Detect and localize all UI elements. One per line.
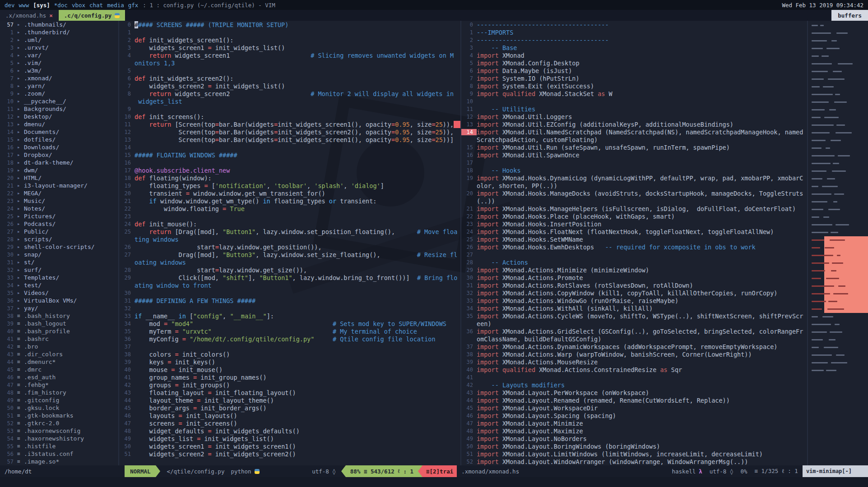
tree-item-folder[interactable]: 35▸Videos/ [0, 289, 118, 297]
code-line[interactable]: 15import XMonad.Util.Run (safeSpawn, uns… [461, 143, 807, 151]
code-line[interactable]: 24import XMonad.Hooks.FloatNext (floatNe… [461, 228, 807, 235]
code-line[interactable]: 1 [119, 28, 460, 36]
code-line[interactable]: 8import System.Exit (exitSuccess) [461, 82, 807, 90]
tree-item-folder[interactable]: 15▸dotfiles/ [0, 136, 118, 143]
code-line[interactable]: 34 mod = "mod4" # Sets mod key to SUPER/… [119, 320, 460, 327]
code-line[interactable]: 41 [461, 373, 807, 381]
close-icon[interactable]: × [49, 12, 53, 19]
code-line[interactable]: 20 transient = window.window.get_wm_tran… [119, 189, 460, 197]
code-line[interactable]: 5 [119, 67, 460, 74]
editor-config-py[interactable]: 0##### SCREENS ##### (TRIPLE MONIT0R SET… [119, 21, 460, 465]
editor-xmonad-hs[interactable]: 0------------------------------------1--… [461, 21, 807, 465]
code-line[interactable]: 17 [461, 159, 807, 166]
window-separator[interactable] [807, 21, 808, 465]
code-line[interactable]: 48import XMonad.Layout.Maximize [461, 427, 807, 435]
code-line[interactable]: ating window to front [119, 281, 460, 289]
window-separator[interactable] [118, 21, 119, 465]
code-line[interactable]: 46 layouts = init_layouts() [119, 412, 460, 419]
tree-item-folder[interactable]: 30▸snap/ [0, 251, 118, 258]
tree-item-file[interactable]: 51≡.gtk-bookmarks [0, 412, 118, 419]
tree-item-file[interactable]: 57≡.image.so* [0, 458, 118, 465]
tree-item-file[interactable]: 44≡.dmenurc* [0, 358, 118, 366]
code-line[interactable]: 31import XMonad.Actions.RotSlaves (rotSl… [461, 281, 807, 289]
code-line[interactable]: 40import qualified XMonad.Actions.Constr… [461, 366, 807, 373]
tree-item-folder[interactable]: 32▸surf/ [0, 266, 118, 274]
tree-item-file[interactable]: 48≡.fim_history [0, 389, 118, 396]
code-line[interactable]: 38 colors = init_colors() [119, 350, 460, 358]
tree-item-file[interactable]: 45≡.dmrc [0, 366, 118, 373]
code-line[interactable]: 27 Drag([mod], "Button3", lazy.window.se… [119, 251, 460, 258]
workspace-tag[interactable]: [sys] [33, 2, 50, 9]
code-line[interactable]: 4import XMonad [461, 51, 807, 59]
code-line[interactable]: 12 Screen(top=bar.Bar(widgets=init_widge… [119, 128, 460, 136]
tree-item-folder[interactable]: 29▸shell-color-scripts/ [0, 243, 118, 251]
tree-item-folder[interactable]: 19▸dwm/ [0, 166, 118, 174]
tab-xmonad-hs[interactable]: .x/xmonad.hs × [0, 10, 59, 21]
tree-item-file[interactable]: 39≡.bash_logout [0, 320, 118, 327]
code-line[interactable]: 23 [119, 212, 460, 220]
code-line[interactable]: 35import XMonad.Actions.CycleWS (moveTo,… [461, 312, 807, 320]
code-line[interactable]: 23import XMonad.Hooks.InsertPosition [461, 220, 807, 228]
code-line[interactable]: 3 -- Base [461, 44, 807, 51]
code-line[interactable]: 12import XMonad.Util.Loggers [461, 113, 807, 120]
tree-item-file[interactable]: 53≡.haxornewsconfig [0, 427, 118, 435]
code-line[interactable]: 25 return [Drag([mod], "Button1", lazy.w… [119, 228, 460, 235]
code-line[interactable]: 0------------------------------------ [461, 21, 807, 28]
tree-item-folder[interactable]: 26▸Podcasts/ [0, 220, 118, 228]
code-line[interactable]: 1---IMPORTS [461, 28, 807, 36]
code-line[interactable]: 6def init_widgets_screen2(): [119, 74, 460, 82]
code-line[interactable]: 3 widgets_screen1 = init_widgets_list() [119, 44, 460, 51]
tree-item-folder[interactable]: 24▸Notes/ [0, 205, 118, 212]
buffers-label[interactable]: buffers [831, 10, 868, 21]
code-line[interactable]: 49 widgets_list = init_widgets_list() [119, 435, 460, 442]
code-line[interactable]: 11 return [Screen(top=bar.Bar(widgets=in… [119, 120, 460, 128]
code-line[interactable]: 32 [119, 304, 460, 312]
code-line[interactable]: 13 Screen(top=bar.Bar(widgets=init_widge… [119, 136, 460, 143]
code-line[interactable]: 50import XMonad.Layout.BoringWindows (bo… [461, 442, 807, 450]
tree-item-folder[interactable]: 21▸i3-layout-manager/ [0, 182, 118, 189]
code-line[interactable]: 2------------------------------------ [461, 36, 807, 44]
code-line[interactable]: oating windows [119, 258, 460, 266]
code-line[interactable]: 40 mouse = init_mouse() [119, 366, 460, 373]
tree-item-folder[interactable]: 13▸dmenu/ [0, 120, 118, 128]
code-line[interactable]: 13import XMonad.Util.EZConfig (additiona… [461, 120, 807, 128]
code-line[interactable]: 50 widgets_screen1 = init_widgets_screen… [119, 442, 460, 450]
code-line[interactable]: 33if __name__ in ["config", "__main__"]: [119, 312, 460, 320]
tree-item-folder[interactable]: 22▸MEGA/ [0, 189, 118, 197]
tab-config-py[interactable]: .c/q/config.py [59, 10, 125, 21]
workspace-tag[interactable]: *doc [54, 2, 68, 9]
code-line[interactable]: 10def init_screens(): [119, 113, 460, 120]
code-line[interactable]: widgets_list [119, 97, 460, 105]
code-line[interactable]: 47import XMonad.Layout.Minimize [461, 419, 807, 427]
code-line[interactable]: 51import XMonad.Layout.LimitWindows (lim… [461, 450, 807, 458]
tree-item-file[interactable]: 47≡.fehbg* [0, 381, 118, 389]
code-line[interactable]: 45import XMonad.Layout.WorkspaceDir [461, 404, 807, 412]
code-line[interactable]: 31##### DEFINING A FEW THINGS ##### [119, 297, 460, 304]
code-line[interactable]: 7 widgets_screen2 = init_widgets_list() [119, 82, 460, 90]
tree-item-file[interactable]: 38≡.bash_history [0, 312, 118, 320]
tree-item-folder[interactable]: 4▸.var/ [0, 51, 118, 59]
tree-item-folder[interactable]: 37▸yay/ [0, 304, 118, 312]
code-line[interactable]: 52import XMonad.Layout.WindowArranger (w… [461, 458, 807, 465]
code-line[interactable]: 14import XMonad.Util.NamedScratchpad (Na… [461, 128, 807, 136]
tree-item-file[interactable]: 49≡.gitconfig [0, 396, 118, 404]
tree-item-folder[interactable]: 9▸.zoom/ [0, 90, 118, 97]
code-line[interactable]: ScratchpadAction, customFloating) [461, 136, 807, 143]
code-line[interactable]: 39import XMonad.Actions.MouseResize [461, 358, 807, 366]
workspace-tag[interactable]: dev [5, 2, 15, 9]
tree-item-folder[interactable]: 6▸.w3m/ [0, 67, 118, 74]
code-line[interactable]: 28 start=lazy.window.get_size()), [119, 266, 460, 274]
code-line[interactable]: 42 -- Layouts modifiers [461, 381, 807, 389]
tree-item-folder[interactable]: 31▸st/ [0, 258, 118, 266]
code-line[interactable]: 46import XMonad.Layout.Spacing (spacing) [461, 412, 807, 419]
code-line[interactable]: omClassName, buildDefaultGSConfig) [461, 335, 807, 343]
code-line[interactable]: 44import XMonad.Layout.Renamed (renamed,… [461, 396, 807, 404]
tree-item-file[interactable]: 41≡.bashrc [0, 335, 118, 343]
tree-item-folder[interactable]: 57▸.thumbnails/ [0, 21, 118, 28]
code-line[interactable]: 41 group_names = init_group_names() [119, 373, 460, 381]
code-line[interactable]: 33import XMonad.Actions.WindowGo (runOrR… [461, 297, 807, 304]
code-line[interactable]: 19 floating_types = ['notification', 'to… [119, 182, 460, 189]
code-line[interactable]: 15##### FLOATING WINDOWS ##### [119, 151, 460, 159]
tree-item-folder[interactable]: 27▸Public/ [0, 228, 118, 235]
code-line[interactable]: 30 [119, 289, 460, 297]
